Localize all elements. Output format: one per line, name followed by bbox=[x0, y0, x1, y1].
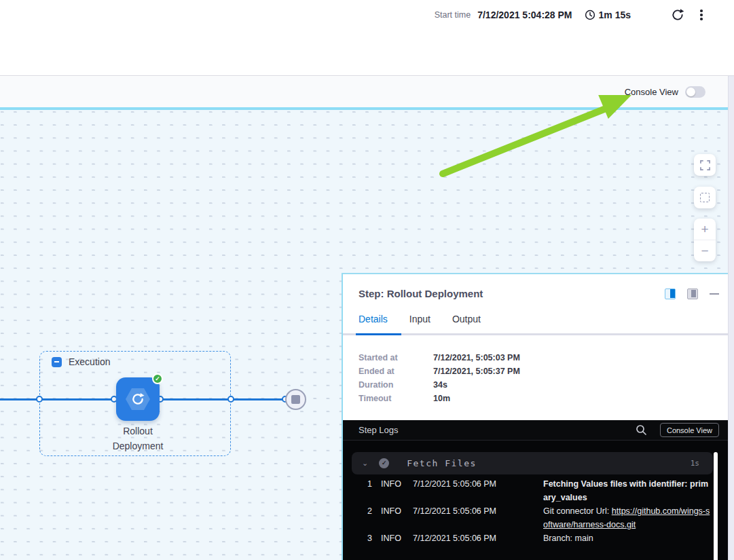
detail-value: 7/12/2021, 5:05:03 PM bbox=[433, 353, 520, 362]
page-scrollbar-track[interactable] bbox=[728, 76, 734, 560]
execution-meta: Start time 7/12/2021 5:04:28 PM 1m 15s bbox=[435, 5, 707, 24]
detail-value: 7/12/2021, 5:05:37 PM bbox=[433, 367, 520, 376]
top-header-bar: Start time 7/12/2021 5:04:28 PM 1m 15s bbox=[0, 0, 734, 76]
log-group-name: Fetch Files bbox=[407, 458, 691, 468]
stop-end-node[interactable] bbox=[285, 389, 306, 410]
detail-value: 10m bbox=[433, 394, 450, 403]
connector-dot bbox=[227, 396, 234, 403]
log-timestamp: 7/12/2021 5:05:06 PM bbox=[413, 531, 543, 545]
step-logs-bar: Step Logs Console View bbox=[343, 420, 728, 440]
log-level: INFO bbox=[381, 504, 413, 531]
panel-tabs: DetailsInputOutput bbox=[359, 314, 481, 333]
execution-group-header[interactable]: Execution bbox=[52, 356, 110, 367]
details-list: Started at7/12/2021, 5:05:03 PMEnded at7… bbox=[359, 351, 520, 405]
log-console[interactable]: ⌄ ✓ Fetch Files 1s 1INFO7/12/2021 5:05:0… bbox=[343, 440, 728, 560]
connector-dot bbox=[36, 396, 43, 403]
log-message: Git connector Url: https://github.com/wi… bbox=[543, 504, 713, 531]
detail-value: 34s bbox=[433, 380, 447, 390]
more-options-button[interactable] bbox=[696, 7, 707, 22]
node-label: Rollout Deployment bbox=[100, 424, 175, 453]
active-tab-underline bbox=[356, 333, 401, 335]
detail-label: Timeout bbox=[359, 394, 433, 403]
fit-selection-button[interactable] bbox=[694, 187, 716, 208]
search-icon bbox=[636, 424, 647, 436]
step-details-panel: Step: Rollout Deployment DetailsInputOut… bbox=[342, 273, 728, 560]
detail-row: Timeout10m bbox=[359, 392, 520, 405]
panel-title: Step: Rollout Deployment bbox=[359, 288, 483, 299]
zoom-stack: + − bbox=[694, 219, 716, 261]
log-entry: 1INFO7/12/2021 5:05:06 PMFetching Values… bbox=[343, 477, 728, 504]
rollout-deployment-node[interactable] bbox=[116, 377, 160, 421]
zoom-out-button[interactable]: − bbox=[694, 240, 716, 261]
toggle-knob-icon bbox=[686, 88, 695, 96]
log-line-number: 1 bbox=[343, 477, 372, 504]
start-time-value: 7/12/2021 5:04:28 PM bbox=[477, 10, 572, 20]
console-view-label: Console View bbox=[625, 87, 678, 97]
log-rows: 1INFO7/12/2021 5:05:06 PMFetching Values… bbox=[343, 477, 728, 545]
split-view-right-icon[interactable] bbox=[665, 288, 676, 299]
log-timestamp: 7/12/2021 5:05:06 PM bbox=[413, 477, 543, 504]
detail-label: Started at bbox=[359, 353, 433, 362]
refresh-button[interactable] bbox=[670, 7, 685, 22]
canvas-toolbar: Console View bbox=[0, 77, 728, 107]
tab-details[interactable]: Details bbox=[359, 314, 388, 333]
log-level: INFO bbox=[381, 531, 413, 545]
elapsed-time: 1m 15s bbox=[585, 10, 631, 20]
refresh-icon bbox=[671, 8, 684, 22]
pipeline-execution-screen: Start time 7/12/2021 5:04:28 PM 1m 15s C… bbox=[0, 0, 734, 560]
chevron-down-icon[interactable]: ⌄ bbox=[362, 459, 368, 468]
fit-selection-icon bbox=[700, 193, 710, 202]
success-check-icon: ✓ bbox=[152, 373, 163, 384]
expand-icon bbox=[700, 160, 710, 170]
minimize-panel-icon[interactable] bbox=[710, 293, 719, 295]
elapsed-value: 1m 15s bbox=[599, 10, 631, 20]
log-message: Fetching Values files with identifier: p… bbox=[543, 477, 713, 504]
console-view-button[interactable]: Console View bbox=[660, 423, 719, 437]
log-line-number: 2 bbox=[343, 504, 372, 531]
execution-group-label: Execution bbox=[69, 356, 110, 367]
log-group-duration: 1s bbox=[691, 459, 699, 468]
log-message: Branch: main bbox=[543, 531, 713, 545]
split-view-bottom-icon[interactable] bbox=[687, 288, 698, 299]
detail-label: Duration bbox=[359, 380, 433, 390]
collapse-minus-icon[interactable] bbox=[52, 357, 62, 367]
search-logs-button[interactable] bbox=[636, 424, 648, 436]
zoom-in-button[interactable]: + bbox=[694, 219, 716, 240]
clock-icon bbox=[585, 10, 595, 20]
log-group-header[interactable]: ⌄ ✓ Fetch Files 1s bbox=[352, 452, 713, 474]
log-level: INFO bbox=[381, 477, 413, 504]
step-logs-title: Step Logs bbox=[359, 425, 636, 435]
detail-label: Ended at bbox=[359, 367, 433, 376]
detail-row: Ended at7/12/2021, 5:05:37 PM bbox=[359, 365, 520, 378]
tab-output[interactable]: Output bbox=[452, 314, 481, 333]
detail-row: Duration34s bbox=[359, 378, 520, 392]
stop-square-icon bbox=[291, 395, 300, 404]
status-success-icon: ✓ bbox=[379, 458, 389, 468]
log-scrollbar-thumb[interactable] bbox=[714, 452, 718, 560]
log-entry: 2INFO7/12/2021 5:05:06 PMGit connector U… bbox=[343, 504, 728, 531]
console-view-toggle[interactable] bbox=[685, 86, 705, 98]
detail-row: Started at7/12/2021, 5:05:03 PM bbox=[359, 351, 520, 365]
rollout-refresh-icon bbox=[131, 392, 145, 406]
log-timestamp: 7/12/2021 5:05:06 PM bbox=[413, 504, 543, 531]
kebab-icon bbox=[700, 10, 703, 12]
tab-input[interactable]: Input bbox=[409, 314, 430, 333]
log-entry: 3INFO7/12/2021 5:05:06 PMBranch: main bbox=[343, 531, 728, 545]
log-line-number: 3 bbox=[343, 531, 372, 545]
start-time-label: Start time bbox=[435, 10, 471, 20]
expand-view-button[interactable] bbox=[694, 154, 716, 176]
